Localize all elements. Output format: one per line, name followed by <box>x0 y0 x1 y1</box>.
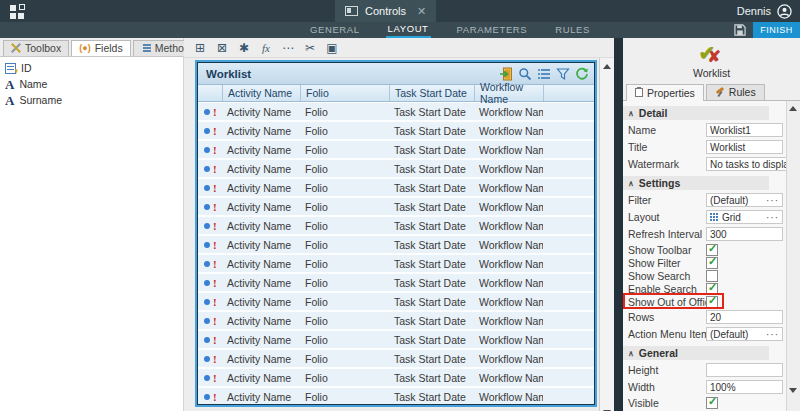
finish-button[interactable]: FINISH <box>753 22 800 38</box>
column-header-folio[interactable]: Folio <box>300 85 389 101</box>
nav-general[interactable]: GENERAL <box>308 23 362 37</box>
ellipsis-button[interactable]: ··· <box>766 195 779 206</box>
worklist-row[interactable]: !Activity NameFolioTask Start DateWorkfl… <box>198 350 594 367</box>
worklist-control[interactable]: Worklist <box>195 60 597 407</box>
section-header-general[interactable]: ∧General <box>623 346 769 360</box>
rules-tab-icon <box>715 87 725 97</box>
edit-table-icon[interactable]: ⊞ <box>192 42 208 54</box>
scroll-down-icon[interactable] <box>789 388 797 393</box>
worklist-row[interactable]: !Activity NameFolioTask Start DateWorkfl… <box>198 293 594 310</box>
save-button[interactable] <box>727 22 753 38</box>
section-header-detail[interactable]: ∧Detail <box>623 106 769 120</box>
task-status-cell: ! <box>198 202 222 212</box>
left-panel-tabs: Toolbox(●)FieldsMethods <box>0 38 183 57</box>
cell-folio: Folio <box>300 296 389 308</box>
checkbox-show-out-of-office[interactable]: ✓ <box>706 296 718 308</box>
checkbox-show-filter[interactable]: ✓ <box>706 257 718 269</box>
worklist-row[interactable]: !Activity NameFolioTask Start DateWorkfl… <box>198 179 594 196</box>
ellipsis-button[interactable]: ··· <box>766 212 779 223</box>
property-row-show-search: Show Search <box>628 270 783 281</box>
canvas-scrollbar[interactable] <box>599 58 614 411</box>
close-icon[interactable]: ✕ <box>417 5 426 18</box>
search-icon[interactable] <box>518 67 532 81</box>
input-height[interactable] <box>706 363 783 377</box>
cell-task-start-date: Task Start Date <box>389 182 474 194</box>
worklist-row[interactable]: !Activity NameFolioTask Start DateWorkfl… <box>198 369 594 386</box>
expression-icon[interactable]: fx <box>258 42 274 54</box>
scroll-up-icon[interactable] <box>789 106 797 111</box>
tab-toolbox[interactable]: Toolbox <box>3 40 69 56</box>
nav-parameters[interactable]: PARAMETERS <box>455 23 530 37</box>
property-row-layout: LayoutGrid··· <box>628 210 783 224</box>
input-refresh-interval[interactable]: 300 <box>706 227 783 241</box>
column-header-activity-name[interactable]: Activity Name <box>222 85 300 101</box>
out-of-office-icon[interactable] <box>499 67 513 81</box>
section-header-settings[interactable]: ∧Settings <box>623 176 769 190</box>
properties-scrollbar[interactable] <box>786 101 800 411</box>
select-table-icon[interactable]: ⊠ <box>214 42 230 54</box>
input-action-menu-items[interactable]: (Default)··· <box>706 327 783 341</box>
worklist-row[interactable]: !Activity NameFolioTask Start DateWorkfl… <box>198 217 594 234</box>
worklist-row[interactable]: !Activity NameFolioTask Start DateWorkfl… <box>198 388 594 404</box>
cell-folio: Folio <box>300 182 389 194</box>
tab-rules[interactable]: Rules <box>706 84 765 100</box>
grid-icon <box>710 213 719 222</box>
app-logo-icon[interactable] <box>0 0 34 22</box>
worklist-row[interactable]: !Activity NameFolioTask Start DateWorkfl… <box>198 141 594 158</box>
property-value: (Default) <box>710 195 763 206</box>
worklist-row[interactable]: !Activity NameFolioTask Start DateWorkfl… <box>198 312 594 329</box>
input-name[interactable]: Worklist1 <box>706 123 783 137</box>
input-rows[interactable]: 20 <box>706 310 783 324</box>
property-row-show-toolbar: Show Toolbar✓ <box>628 244 783 255</box>
property-row-title: TitleWorklist <box>628 140 783 154</box>
nav-rules[interactable]: RULES <box>553 23 592 37</box>
worklist-row[interactable]: !Activity NameFolioTask Start DateWorkfl… <box>198 122 594 139</box>
paste-icon[interactable]: ▣ <box>324 42 340 54</box>
tab-fields[interactable]: (●)Fields <box>71 40 130 56</box>
user-menu[interactable]: Dennis <box>737 0 792 22</box>
cell-task-start-date: Task Start Date <box>389 277 474 289</box>
cell-task-start-date: Task Start Date <box>389 372 474 384</box>
field-item-name[interactable]: AName <box>3 76 183 92</box>
worklist-row[interactable]: !Activity NameFolioTask Start DateWorkfl… <box>198 255 594 272</box>
worklist-row[interactable]: !Activity NameFolioTask Start DateWorkfl… <box>198 160 594 177</box>
tab-properties[interactable]: Properties <box>626 84 704 101</box>
column-header-workflow-name[interactable]: Workflow Name <box>474 85 543 101</box>
property-row-watermark: WatermarkNo tasks to display <box>628 157 783 171</box>
column-header-task-start-date[interactable]: Task Start Date <box>389 85 474 101</box>
input-width[interactable]: 100% <box>706 380 783 394</box>
refresh-icon[interactable] <box>575 67 589 81</box>
check-icon: ✓ <box>708 255 717 268</box>
worklist-row[interactable]: !Activity NameFolioTask Start DateWorkfl… <box>198 236 594 253</box>
action-menu-icon[interactable] <box>537 67 551 81</box>
field-item-label: ID <box>21 62 32 74</box>
cut-icon[interactable]: ✂ <box>302 42 318 54</box>
input-watermark[interactable]: No tasks to display <box>706 157 798 171</box>
scroll-up-icon[interactable] <box>603 64 611 69</box>
input-layout[interactable]: Grid··· <box>706 210 783 224</box>
settings-icon[interactable]: ✱ <box>236 42 252 54</box>
property-label: Height <box>628 364 706 376</box>
field-item-id[interactable]: ID <box>3 60 183 76</box>
worklist-row[interactable]: !Activity NameFolioTask Start DateWorkfl… <box>198 198 594 215</box>
document-tab-controls[interactable]: Controls ✕ <box>335 0 436 22</box>
filter-icon[interactable] <box>556 67 570 81</box>
more-icon[interactable]: ⋯ <box>280 42 296 54</box>
checkbox-visible[interactable]: ✓ <box>706 397 718 409</box>
cell-workflow-name: Workflow Name <box>474 391 543 403</box>
cell-activity-name: Activity Name <box>222 125 300 137</box>
nav-layout[interactable]: LAYOUT <box>386 22 431 38</box>
field-item-surname[interactable]: ASurname <box>3 92 183 108</box>
worklist-row[interactable]: !Activity NameFolioTask Start DateWorkfl… <box>198 274 594 291</box>
check-icon: ✓ <box>708 294 717 307</box>
property-label: Rows <box>628 311 706 323</box>
worklist-row[interactable]: !Activity NameFolioTask Start DateWorkfl… <box>198 103 594 120</box>
cell-activity-name: Activity Name <box>222 315 300 327</box>
worklist-row[interactable]: !Activity NameFolioTask Start DateWorkfl… <box>198 331 594 348</box>
ellipsis-button[interactable]: ··· <box>766 329 779 340</box>
cell-folio: Folio <box>300 201 389 213</box>
check-icon: ✓ <box>708 281 717 294</box>
input-title[interactable]: Worklist <box>706 140 783 154</box>
input-filter[interactable]: (Default)··· <box>706 193 783 207</box>
cell-folio: Folio <box>300 106 389 118</box>
